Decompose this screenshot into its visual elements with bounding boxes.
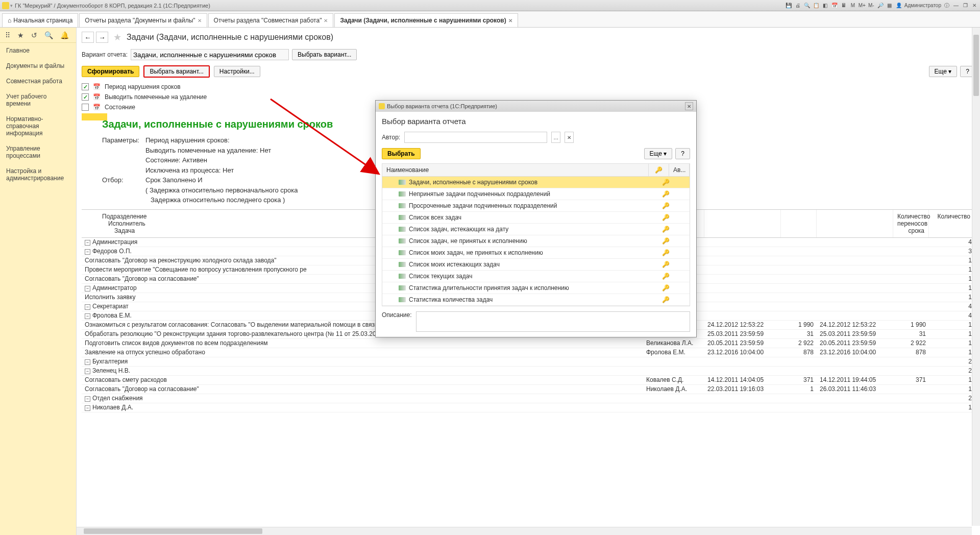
dialog-titlebar[interactable]: Выбор варианта отчета (1С:Предприятие) ✕ <box>376 101 696 112</box>
checkbox-icon[interactable] <box>82 93 89 101</box>
info-icon[interactable]: ⓘ <box>943 2 950 9</box>
scrollbar-vertical[interactable] <box>972 28 980 526</box>
form-button[interactable]: Сформировать <box>82 66 139 77</box>
preview-icon[interactable]: 🔍 <box>803 2 811 9</box>
table-row[interactable]: Подготовить список видов документов по в… <box>82 339 975 348</box>
expand-icon[interactable]: − <box>85 369 90 374</box>
variant-list-row[interactable]: Список задач, истекающих на дату🔑 <box>382 224 690 235</box>
table-row[interactable]: −Отдел снабжения2 <box>82 394 975 403</box>
grid-icon[interactable]: ▦ <box>886 2 893 9</box>
close-icon[interactable]: ✕ <box>508 18 512 23</box>
save-icon[interactable]: 💾 <box>785 2 792 9</box>
nav-back-button[interactable]: ← <box>82 32 94 43</box>
tab-reports-docs[interactable]: Отчеты раздела "Документы и файлы" ✕ <box>79 13 207 27</box>
variant-list-row[interactable]: Список всех задач🔑 <box>382 212 690 224</box>
col-header-icon[interactable]: 🔑 <box>649 164 669 176</box>
variant-list-row[interactable]: Просроченные задачи подчиненных подразде… <box>382 200 690 212</box>
selection-marker <box>82 113 107 120</box>
history-icon[interactable]: ↺ <box>31 31 37 39</box>
settings-button[interactable]: Настройки... <box>214 66 260 77</box>
checkbox-icon[interactable] <box>82 104 89 111</box>
author-input[interactable] <box>404 132 547 143</box>
sidebar-item-ref[interactable]: Нормативно-справочная информация <box>0 111 76 141</box>
col-header[interactable]: Ав... <box>669 164 690 176</box>
variant-list-row[interactable]: Статистика количества задач🔑 <box>382 294 690 306</box>
task-text: Согласовать смету расходов <box>85 376 167 383</box>
clipboard-icon[interactable]: 📋 <box>813 2 820 9</box>
choose-variant-button[interactable]: Выбрать вариант... <box>143 65 209 78</box>
user-icon[interactable]: 👤 <box>895 2 902 9</box>
sidebar-item-time[interactable]: Учет рабочего времени <box>0 89 76 111</box>
zoom-icon[interactable]: 🔎 <box>877 2 884 9</box>
nav-forward-button[interactable]: → <box>96 32 108 43</box>
maximize-icon[interactable]: ❐ <box>962 2 969 9</box>
close-icon[interactable]: ✕ <box>198 18 202 23</box>
table-row[interactable]: −Николаев Д.А.1 <box>82 403 975 412</box>
favorite-icon[interactable]: ★ <box>113 32 121 43</box>
expand-icon[interactable]: − <box>85 396 90 402</box>
tab-reports-collab[interactable]: Отчеты раздела "Совместная работа" ✕ <box>208 13 334 27</box>
compare-icon[interactable]: ◧ <box>822 2 829 9</box>
apps-icon[interactable]: ⠿ <box>5 31 10 39</box>
sidebar-item-main[interactable]: Главное <box>0 43 76 58</box>
calendar-icon[interactable]: 📅 <box>831 2 838 9</box>
m-plus-icon[interactable]: M+ <box>859 2 866 9</box>
expand-icon[interactable]: − <box>85 405 90 411</box>
date-cell: 25.03.2011 23:59:59 <box>704 330 781 338</box>
expand-icon[interactable]: − <box>85 240 90 246</box>
checkbox-icon[interactable] <box>82 83 89 90</box>
tab-home[interactable]: ⌂ Начальная страница <box>2 13 78 27</box>
choose-button[interactable]: Выбрать <box>382 148 421 159</box>
table-row[interactable]: −Зеленец Н.В.2 <box>82 367 975 376</box>
m-minus-icon[interactable]: M- <box>868 2 875 9</box>
col-header[interactable]: Наименование <box>382 164 649 176</box>
clear-button[interactable]: ✕ <box>565 132 574 143</box>
help-button[interactable]: ? <box>675 148 690 159</box>
table-row[interactable]: Согласовать смету расходовКовалев С.Д.14… <box>82 376 975 385</box>
filter-row[interactable]: 📅 Период нарушения сроков <box>82 82 975 92</box>
close-icon[interactable]: ✕ <box>324 18 328 23</box>
scrollbar-horizontal[interactable] <box>77 527 972 535</box>
expand-icon[interactable]: − <box>85 359 90 365</box>
tab-tasks[interactable]: Задачи (Задачи, исполненные с нарушениям… <box>334 13 518 27</box>
m-icon[interactable]: M <box>849 2 856 9</box>
variant-list-row[interactable]: Список моих задач, не принятых к исполне… <box>382 247 690 259</box>
variant-input[interactable] <box>131 49 289 60</box>
star-icon[interactable]: ★ <box>17 31 24 39</box>
variant-list-row[interactable]: Список моих истекающих задач🔑 <box>382 259 690 271</box>
sidebar-item-collab[interactable]: Совместная работа <box>0 74 76 89</box>
expand-icon[interactable]: − <box>85 313 90 319</box>
key-icon: 🔑 <box>662 261 669 268</box>
num-cell <box>781 394 817 403</box>
table-row[interactable]: −Бухгалтерия2 <box>82 357 975 367</box>
print-icon[interactable]: 🖨 <box>794 2 801 9</box>
sidebar-item-admin[interactable]: Настройка и администрирование <box>0 163 76 186</box>
choose-variant-button-top[interactable]: Выбрать вариант... <box>292 49 357 60</box>
expand-icon[interactable]: − <box>85 286 90 291</box>
variant-list-row[interactable]: Список текущих задач🔑 <box>382 271 690 282</box>
description-textarea[interactable] <box>416 311 690 332</box>
filter-label: Выводить помеченные на удаление <box>105 93 207 101</box>
bell-icon[interactable]: 🔔 <box>60 31 69 39</box>
num2-cell: 2 922 <box>893 339 929 348</box>
expand-icon[interactable]: − <box>85 249 90 255</box>
sidebar-item-proc[interactable]: Управление процессами <box>0 141 76 163</box>
minimize-icon[interactable]: — <box>952 2 960 9</box>
calc-icon[interactable]: 🖩 <box>840 2 847 9</box>
expand-icon[interactable]: − <box>85 304 90 310</box>
table-row[interactable]: Заявление на отпуск успешно обработаноФр… <box>82 348 975 357</box>
variant-list-row[interactable]: Непринятые задачи подчиненных подразделе… <box>382 188 690 200</box>
variant-list-row[interactable]: Список задач, не принятых к исполнению🔑 <box>382 235 690 247</box>
lookup-button[interactable]: … <box>551 132 560 143</box>
variant-name: Список текущих задач <box>409 273 472 280</box>
more-button[interactable]: Еще ▾ <box>929 66 958 77</box>
sidebar-item-docs[interactable]: Документы и файлы <box>0 58 76 74</box>
variant-name: Список задач, не принятых к исполнению <box>409 237 527 245</box>
variant-list-row[interactable]: Статистика длительности принятия задач к… <box>382 282 690 294</box>
table-row[interactable]: Согласовать "Договор на согласование"Ник… <box>82 385 975 394</box>
close-icon[interactable]: ✕ <box>971 2 978 9</box>
more-button[interactable]: Еще ▾ <box>644 148 673 159</box>
search-icon[interactable]: 🔍 <box>44 31 53 39</box>
close-icon[interactable]: ✕ <box>685 102 693 110</box>
variant-list-row[interactable]: Задачи, исполненные с нарушениями сроков… <box>382 177 690 188</box>
